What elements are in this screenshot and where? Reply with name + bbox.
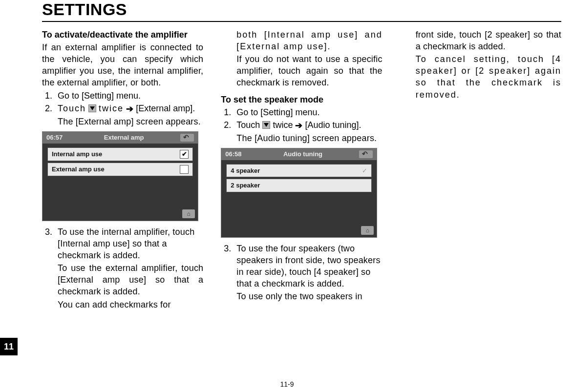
screen-audio-tuning: 06:58 Audio tuning 4 speaker ✓ 2 speaker… [221,148,377,238]
step-amp-3-text: To use the internal amplifier, touch [In… [58,227,194,260]
step-amp-3c: You can add checkmarks for [58,299,203,310]
step-speaker-3b: To use only the two speakers in [236,290,382,302]
cont-front-side: front side, touch [2 speaker] so that a … [416,29,561,52]
row-4-speaker-label: 4 speaker [231,166,260,175]
column-3: front side, touch [2 speaker] so that a … [400,29,561,311]
screen2-time: 06:58 [225,150,241,158]
screen2-title: Audio tuning [247,150,360,158]
row-2-speaker-label: 2 speaker [231,181,260,189]
column-1: To activate/deactivate the amplifier If … [42,29,203,311]
subhead-speaker: To set the speaker mode [221,94,382,105]
screen-time: 06:57 [46,133,63,142]
checkbox-empty-icon[interactable] [180,165,189,174]
steps-speaker: Go to [Setting] menu. Touch twice ➔ [Aud… [234,106,382,144]
step-speaker-2-touch: Touch [236,120,260,130]
step-amp-2-target: [External amp]. [136,103,195,113]
home-icon[interactable]: ⌂ [361,226,374,235]
columns: To activate/deactivate the amplifier If … [29,29,574,311]
steps-speaker-cont: To use the four speakers (two speakers i… [234,243,382,303]
down-arrow-icon [88,104,96,112]
screen-bottombar: ⌂ [182,209,195,219]
step-amp-1-text: Go to [Setting] menu. [58,91,141,101]
arrow-right-icon: ➔ [126,103,133,115]
back-icon[interactable] [359,150,373,158]
step-amp-2: Touch twice ➔ [External amp]. The [Exter… [55,103,203,127]
step-speaker-2-target: [Audio tuning]. [305,120,361,130]
chapter-tab: 11 [0,338,18,355]
cont-cancel: To cancel setting, touch [4 speaker] or … [416,53,561,100]
step-speaker-2: Touch twice ➔ [Audio tuning]. The [Audio… [234,119,382,144]
home-icon[interactable]: ⌂ [182,209,195,218]
row-4-speaker[interactable]: 4 speaker ✓ [226,164,372,177]
row-internal-amp[interactable]: Internal amp use ✔ [47,147,193,161]
cont-remove: If you do not want to use a specific amp… [236,53,382,88]
row-external-amp-label: External amp use [52,165,105,173]
step-amp-2-sub: The [External amp] screen appears. [58,116,203,127]
steps-amp: Go to [Setting] menu. Touch twice ➔ [Ext… [55,90,203,127]
steps-amp-cont: To use the internal amplifier, touch [In… [55,226,203,310]
row-external-amp[interactable]: External amp use [47,163,193,176]
step-speaker-2-sub: The [Audio tuning] screen appears. [236,132,382,144]
screen2-body: 4 speaker ✓ 2 speaker [221,160,377,198]
step-amp-3b: To use the external amplifier, touch [Ex… [58,262,203,297]
screen-topbar: 06:57 External amp [43,132,198,144]
title-rule [42,21,561,22]
step-speaker-1-text: Go to [Setting] menu. [236,107,319,117]
screen-external-amp: 06:57 External amp Internal amp use ✔ Ex… [42,131,198,221]
back-icon[interactable] [180,134,194,142]
step-speaker-3: To use the four speakers (two speakers i… [234,243,382,303]
down-arrow-icon [262,121,270,129]
check-thin-icon: ✓ [362,166,367,175]
screen2-bottombar: ⌂ [361,226,374,235]
step-amp-2-twice: twice [99,103,124,113]
step-speaker-3-text: To use the four speakers (two speakers i… [236,244,380,289]
arrow-right-icon: ➔ [295,120,302,131]
subhead-amplifier: To activate/deactivate the amplifier [42,29,203,41]
screen-title: External amp [67,133,180,142]
cont-both: both [Internal amp use] and [External am… [236,29,382,52]
step-amp-1: Go to [Setting] menu. [55,90,203,102]
step-amp-3: To use the internal amplifier, touch [In… [55,226,203,310]
page: 11 SETTINGS To activate/deactivate the a… [0,0,574,392]
row-2-speaker[interactable]: 2 speaker [226,179,372,192]
step-speaker-1: Go to [Setting] menu. [234,106,382,118]
screen2-topbar: 06:58 Audio tuning [221,148,377,160]
checkbox-checked-icon[interactable]: ✔ [180,150,189,159]
column-2: both [Internal amp use] and [External am… [221,29,382,311]
screen-body: Internal amp use ✔ External amp use [43,144,198,182]
page-number: 11-9 [280,380,294,388]
page-title: SETTINGS [42,0,574,19]
row-internal-amp-label: Internal amp use [52,150,102,158]
step-amp-2-touch: Touch [58,103,86,113]
step-speaker-2-twice: twice [273,120,293,130]
para-amp-intro: If an external amplifier is connected to… [42,41,203,88]
